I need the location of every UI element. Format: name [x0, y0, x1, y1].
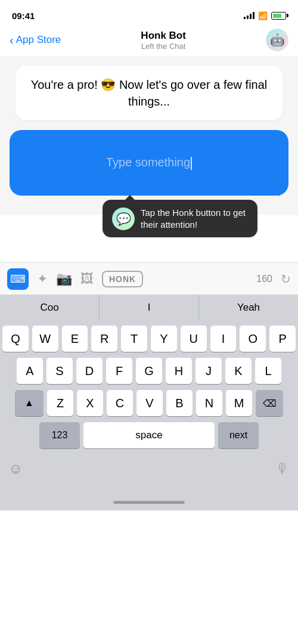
key-y[interactable]: Y [151, 326, 177, 352]
key-w[interactable]: W [32, 326, 58, 352]
keyboard: Q W E R T Y U I O P A S D F G H J K L ▲ … [0, 321, 298, 457]
emoji-icon[interactable]: ☺ [8, 460, 23, 477]
tooltip-text: Tap the Honk button to get their attenti… [141, 207, 248, 230]
input-placeholder: Type something [106, 156, 192, 170]
chat-area: You're a pro! 😎 Now let's go over a few … [0, 56, 298, 215]
signal-icon [244, 12, 254, 19]
text-cursor [191, 157, 192, 170]
wifi-icon: 📶 [258, 11, 268, 20]
key-l[interactable]: L [255, 358, 281, 384]
key-r[interactable]: R [91, 326, 117, 352]
keyboard-icon: ⌨ [10, 273, 26, 286]
key-h[interactable]: H [166, 358, 192, 384]
back-button[interactable]: ‹ App Store [10, 34, 61, 46]
key-i[interactable]: I [210, 326, 237, 352]
next-key[interactable]: next [218, 422, 259, 448]
received-bubble: You're a pro! 😎 Now let's go over a few … [15, 66, 283, 120]
status-bar: 09:41 📶 [0, 0, 298, 26]
avatar[interactable]: 🤖 [266, 29, 288, 51]
key-k[interactable]: K [225, 358, 252, 384]
key-p[interactable]: P [269, 326, 296, 352]
back-label: App Store [16, 34, 61, 46]
nav-bar: ‹ App Store Honk Bot Left the Chat 🤖 [0, 26, 298, 56]
chevron-left-icon: ‹ [10, 34, 14, 46]
key-n[interactable]: N [196, 390, 222, 416]
mic-icon[interactable]: 🎙 [275, 460, 290, 477]
key-j[interactable]: J [195, 358, 222, 384]
predictive-item-1[interactable]: Coo [0, 295, 100, 321]
key-o[interactable]: O [240, 326, 266, 352]
bottom-bar: ☺ 🎙 [0, 457, 298, 494]
key-e[interactable]: E [62, 326, 88, 352]
key-f[interactable]: F [106, 358, 132, 384]
chat-title: Honk Bot [61, 30, 266, 42]
backspace-key[interactable]: ⌫ [256, 390, 283, 416]
key-u[interactable]: U [181, 326, 207, 352]
shift-key[interactable]: ▲ [15, 390, 44, 416]
key-q[interactable]: Q [2, 326, 29, 352]
nav-center: Honk Bot Left the Chat [61, 30, 266, 51]
key-g[interactable]: G [136, 358, 162, 384]
home-indicator-bar [113, 501, 185, 504]
character-count: 160 [256, 274, 272, 284]
sent-bubble-wrapper: Type something 💬 Tap the Honk button to … [10, 130, 288, 196]
chat-subtitle: Left the Chat [61, 42, 266, 51]
key-d[interactable]: D [76, 358, 103, 384]
camera-icon[interactable]: 📷 [56, 271, 72, 287]
received-bubble-text: You're a pro! 😎 Now let's go over a few … [29, 76, 269, 110]
key-c[interactable]: C [107, 390, 133, 416]
key-z[interactable]: Z [47, 390, 73, 416]
keyboard-row-2: A S D F G H J K L [2, 358, 296, 384]
home-indicator [0, 494, 298, 510]
status-icons: 📶 [244, 11, 286, 20]
keyboard-row-bottom: 123 space next [2, 422, 296, 448]
predictive-bar: Coo I Yeah [0, 295, 298, 321]
keyboard-row-1: Q W E R T Y U I O P [2, 326, 296, 352]
bubble-tail [272, 188, 280, 197]
avatar-emoji: 🤖 [270, 33, 285, 47]
keyboard-toggle-button[interactable]: ⌨ [7, 268, 29, 290]
honk-button[interactable]: HONK [102, 271, 143, 287]
predictive-item-3[interactable]: Yeah [199, 295, 298, 321]
photo-icon[interactable]: 🖼 [80, 271, 94, 287]
sent-bubble[interactable]: Type something [10, 130, 288, 196]
key-t[interactable]: T [121, 326, 147, 352]
predictive-item-2[interactable]: I [100, 295, 199, 321]
numbers-key[interactable]: 123 [39, 422, 80, 448]
input-toolbar: ⌨ ✦ 📷 🖼 HONK 160 ↻ [0, 262, 298, 295]
sparkle-icon[interactable]: ✦ [37, 271, 48, 287]
key-v[interactable]: V [136, 390, 163, 416]
space-key[interactable]: space [83, 422, 215, 448]
tooltip-icon: 💬 [112, 208, 135, 230]
key-s[interactable]: S [46, 358, 73, 384]
battery-icon [271, 12, 286, 20]
key-b[interactable]: B [166, 390, 193, 416]
status-time: 09:41 [12, 11, 35, 21]
key-x[interactable]: X [77, 390, 103, 416]
keyboard-row-3: ▲ Z X C V B N M ⌫ [2, 390, 296, 416]
key-a[interactable]: A [17, 358, 43, 384]
tooltip: 💬 Tap the Honk button to get their atten… [103, 200, 257, 237]
key-m[interactable]: M [226, 390, 252, 416]
refresh-icon[interactable]: ↻ [281, 272, 291, 286]
